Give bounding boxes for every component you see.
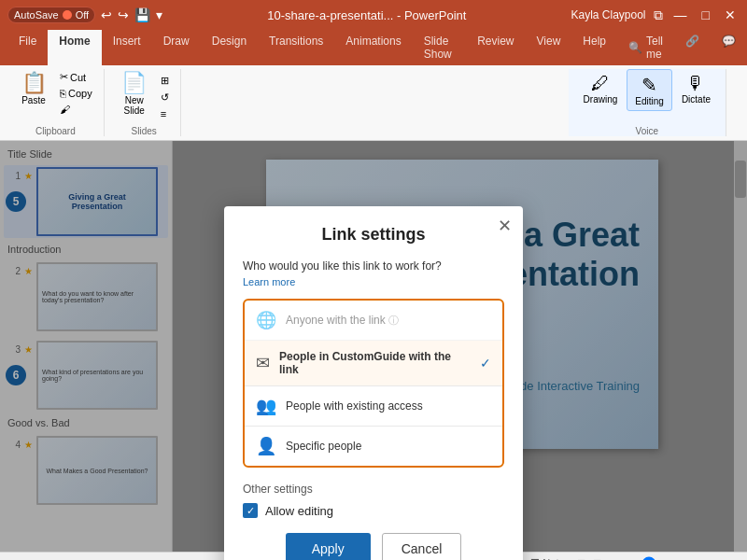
link-settings-modal: ✕ Link settings Who would you like this … <box>224 206 523 560</box>
allow-editing-row: Allow editing <box>243 503 504 518</box>
modal-buttons: Apply Cancel <box>243 533 504 560</box>
tab-review[interactable]: Review <box>466 30 525 65</box>
user-name: Kayla Claypool <box>571 8 645 21</box>
modal-question: Who would you like this link to work for… <box>243 259 504 273</box>
link-option-existing[interactable]: 👥 People with existing access <box>245 386 502 427</box>
undo-btn[interactable]: ↩ <box>101 7 112 22</box>
tab-transitions[interactable]: Transitions <box>258 30 334 65</box>
modal-title: Link settings <box>243 225 504 245</box>
drawing-icon: 🖊 <box>591 73 610 94</box>
minimize-button[interactable]: — <box>670 7 691 22</box>
allow-editing-label: Allow editing <box>265 504 333 518</box>
format-painter-button[interactable]: 🖌 <box>56 102 96 117</box>
tab-animations[interactable]: Animations <box>334 30 412 65</box>
layout-icon: ⊞ <box>161 75 169 87</box>
search-icon: 🔍 <box>628 41 642 54</box>
editing-icon: ✎ <box>641 74 657 96</box>
cut-button[interactable]: ✂ Cut <box>56 69 96 85</box>
layout-button[interactable]: ⊞ <box>157 73 173 89</box>
tab-home[interactable]: Home <box>48 30 101 65</box>
ribbon-group-voice: 🖊 Drawing ✎ Editing 🎙 Dictate Voice <box>569 69 726 136</box>
dictate-button[interactable]: 🎙 Dictate <box>674 69 718 108</box>
ribbon-content: 📋 Paste ✂ Cut ⎘ Copy 🖌 Clipboard 📄 NewSl… <box>0 65 747 140</box>
apply-button[interactable]: Apply <box>286 533 371 560</box>
learn-more-link[interactable]: Learn more <box>243 276 504 287</box>
mail-icon: ✉ <box>256 353 270 373</box>
specific-people-label: Specific people <box>286 440 491 453</box>
zoom-control[interactable]: − + 45% <box>624 556 724 561</box>
modal-close-button[interactable]: ✕ <box>498 216 512 236</box>
copy-icon: ⎘ <box>60 88 66 99</box>
window-title: 10-share-a-presentati... - PowerPoint <box>162 8 571 22</box>
people-icon: 👥 <box>256 396 276 416</box>
new-slide-icon: 📄 <box>121 73 147 93</box>
editing-button[interactable]: ✎ Editing <box>627 69 672 111</box>
tab-help[interactable]: Help <box>571 30 617 65</box>
restore-window-icon[interactable]: ⧉ <box>654 7 663 23</box>
redo-btn[interactable]: ↪ <box>118 7 129 22</box>
link-option-specific[interactable]: 👤 Specific people <box>245 427 502 466</box>
paste-icon: 📋 <box>21 73 47 93</box>
new-slide-button[interactable]: 📄 NewSlide <box>116 69 153 119</box>
share-icon[interactable]: 🔗 <box>674 30 711 65</box>
link-option-customguide[interactable]: ✉ People in CustomGuide with the link ✓ <box>245 341 502 386</box>
section-button[interactable]: ≡ <box>157 106 173 121</box>
tab-draw[interactable]: Draw <box>152 30 201 65</box>
comments-icon[interactable]: 💬 <box>711 30 747 65</box>
person-icon: 👤 <box>256 436 276 456</box>
ribbon-group-clipboard: 📋 Paste ✂ Cut ⎘ Copy 🖌 Clipboard <box>7 69 105 136</box>
tab-insert[interactable]: Insert <box>102 30 152 65</box>
link-options-group: 🌐 Anyone with the link ⓘ ✉ People in Cus… <box>243 299 504 468</box>
allow-editing-checkbox[interactable] <box>243 503 258 518</box>
autosave-state: Off <box>76 9 89 21</box>
cut-icon: ✂ <box>60 71 68 83</box>
modal-overlay: ✕ Link settings Who would you like this … <box>0 141 747 552</box>
customguide-label: People in CustomGuide with the link <box>279 350 471 376</box>
autosave-label: AutoSave <box>14 9 59 21</box>
autosave-toggle[interactable]: AutoSave Off <box>7 7 95 23</box>
link-option-anyone[interactable]: 🌐 Anyone with the link ⓘ <box>245 301 502 341</box>
drawing-button[interactable]: 🖊 Drawing <box>576 69 626 108</box>
zoom-slider[interactable] <box>634 556 690 561</box>
ribbon-group-slides: 📄 NewSlide ⊞ ↺ ≡ Slides <box>108 69 181 136</box>
maximize-button[interactable]: □ <box>698 7 713 22</box>
tab-view[interactable]: View <box>526 30 572 65</box>
anyone-link-label: Anyone with the link ⓘ <box>286 314 491 328</box>
autosave-dot <box>63 10 72 20</box>
customize-btn[interactable]: ▾ <box>156 7 162 22</box>
other-settings-label: Other settings <box>243 483 504 496</box>
title-bar: AutoSave Off ↩ ↪ 💾 ▾ 10-share-a-presenta… <box>0 0 747 30</box>
copy-button[interactable]: ⎘ Copy <box>56 86 96 101</box>
painter-icon: 🖌 <box>60 104 70 115</box>
reset-icon: ↺ <box>161 91 169 104</box>
save-btn[interactable]: 💾 <box>134 7 150 22</box>
close-button[interactable]: ✕ <box>721 7 740 22</box>
section-icon: ≡ <box>161 108 166 119</box>
existing-access-label: People with existing access <box>286 399 491 413</box>
cancel-button[interactable]: Cancel <box>382 533 462 560</box>
tab-file[interactable]: File <box>7 30 48 65</box>
paste-button[interactable]: 📋 Paste <box>15 69 52 109</box>
dictate-icon: 🎙 <box>686 73 705 94</box>
ribbon-tab-bar: File Home Insert Draw Design Transitions… <box>0 30 747 65</box>
reset-button[interactable]: ↺ <box>157 90 173 105</box>
search-tab[interactable]: 🔍 Tell me <box>617 30 674 65</box>
check-icon: ✓ <box>480 356 491 371</box>
tab-slideshow[interactable]: Slide Show <box>413 30 466 65</box>
ribbon: File Home Insert Draw Design Transitions… <box>0 30 747 141</box>
globe-icon: 🌐 <box>256 310 276 330</box>
tab-design[interactable]: Design <box>201 30 258 65</box>
